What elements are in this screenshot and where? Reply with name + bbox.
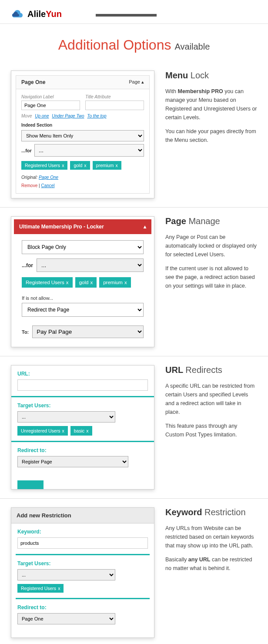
desc-text: Any URLs from Website can be restricted … xyxy=(165,524,257,550)
panel-type: Page ▴ xyxy=(129,79,144,85)
page-title: Additional OptionsAvailable xyxy=(0,24,268,62)
desc-text: With Membership PRO you can manage your … xyxy=(165,87,257,122)
page-panel: Ultimate Membership Pro - Locker ▴ Block… xyxy=(11,216,154,347)
tag-basic[interactable]: basicx xyxy=(70,426,92,436)
tags-row: Registered Usersx goldx premiumx xyxy=(22,277,144,288)
move-top-link[interactable]: To the top xyxy=(87,114,106,118)
tag-unregistered[interactable]: Unregistered Usersx xyxy=(17,426,68,436)
close-icon: x xyxy=(84,163,86,168)
header: AlileYun xyxy=(0,0,268,24)
cloud-icon xyxy=(11,9,25,19)
desc-text: A specific URL can be restricted from ce… xyxy=(165,382,257,416)
for-label: ...for xyxy=(22,262,33,268)
tags-row: Registered Usersx xyxy=(17,584,148,593)
title-attr-label: Title Attribute xyxy=(85,94,144,99)
block-option-select[interactable]: Block Page Only xyxy=(22,240,144,254)
notallow-label: If is not allow... xyxy=(22,295,144,301)
section-url-redirects: URL: Target Users: ... Unregistered User… xyxy=(0,356,268,499)
section-heading: Keyword Restriction xyxy=(165,507,257,517)
redirect-label: Redirect to: xyxy=(17,447,148,453)
panel-header: Page One Page ▴ xyxy=(16,75,150,89)
menu-panel: Page One Page ▴ Navigation Label Title A… xyxy=(11,70,154,198)
keyword-input[interactable] xyxy=(17,537,148,549)
show-option-select[interactable]: Show Menu Item Only xyxy=(21,130,144,141)
close-icon: x xyxy=(66,280,69,285)
logo: AlileYun xyxy=(11,9,62,19)
keyword-label: Keyword: xyxy=(17,529,148,535)
keyword-panel: Add new Restriction Keyword: Target User… xyxy=(11,507,154,638)
remove-link[interactable]: Remove xyxy=(21,183,37,188)
restriction-header: Add new Restriction xyxy=(11,508,154,523)
locker-header: Ultimate Membership Pro - Locker ▴ xyxy=(14,219,151,234)
section-keyword-restriction: Add new Restriction Keyword: Target User… xyxy=(0,499,268,644)
to-label: To: xyxy=(22,329,29,335)
actions-row: Remove | Cancel xyxy=(21,183,144,188)
header-accent-bar xyxy=(96,14,157,17)
original-link[interactable]: Page One xyxy=(39,175,58,180)
url-label: URL: xyxy=(17,371,148,377)
section-page-manage: Ultimate Membership Pro - Locker ▴ Block… xyxy=(0,208,268,356)
submit-button[interactable] xyxy=(17,480,44,489)
close-icon: x xyxy=(62,428,64,433)
tags-row: Registered Usersx goldx premiumx xyxy=(21,161,144,170)
for-select[interactable]: ... xyxy=(37,258,144,272)
caret-up-icon[interactable]: ▴ xyxy=(144,224,146,230)
tag-registered[interactable]: Registered Usersx xyxy=(22,277,73,288)
tags-row: Unregistered Usersx basicx xyxy=(17,426,148,436)
desc-text: If the current user is not allowed to se… xyxy=(165,264,257,290)
close-icon: x xyxy=(62,163,64,168)
target-select[interactable]: ... xyxy=(17,569,115,580)
redirect-select[interactable]: Redirect the Page xyxy=(22,303,144,317)
redirect-label: Redirect to: xyxy=(17,604,148,610)
target-label: Target Users: xyxy=(17,560,148,567)
tag-premium[interactable]: premiumx xyxy=(93,161,121,170)
url-redirects-description: URL Redirects A specific URL can be rest… xyxy=(154,365,257,490)
redirect-select[interactable]: Register Page xyxy=(17,456,128,467)
desc-text: You can hide your pages directly from th… xyxy=(165,127,257,144)
section-heading: URL Redirects xyxy=(165,365,257,375)
url-panel: URL: Target Users: ... Unregistered User… xyxy=(11,365,154,490)
page-manage-description: Page Manage Any Page or Post can be auto… xyxy=(154,216,257,347)
tag-registered[interactable]: Registered Usersx xyxy=(21,161,67,170)
move-up-link[interactable]: Up one xyxy=(35,114,49,118)
to-select[interactable]: Pay Pal Page xyxy=(32,325,144,338)
tag-premium[interactable]: premiumx xyxy=(99,277,131,288)
indeed-section-label: Indeed Section xyxy=(21,123,144,127)
tag-registered[interactable]: Registered Usersx xyxy=(17,584,64,593)
section-menu-lock: Page One Page ▴ Navigation Label Title A… xyxy=(0,62,268,208)
section-heading: Menu Lock xyxy=(165,70,257,80)
redirect-select[interactable]: Page One xyxy=(17,613,115,624)
keyword-description: Keyword Restriction Any URLs from Websit… xyxy=(154,507,257,638)
close-icon: x xyxy=(86,428,88,433)
section-heading: Page Manage xyxy=(165,216,257,226)
caret-up-icon[interactable]: ▴ xyxy=(141,79,144,84)
move-under-link[interactable]: Under Page Two xyxy=(52,114,84,118)
url-input[interactable] xyxy=(17,379,148,391)
move-row: Move Up one Under Page Two To the top xyxy=(21,114,144,118)
target-select[interactable]: ... xyxy=(17,411,115,423)
original-row: Original: Page One xyxy=(21,175,144,180)
title-attr-input[interactable] xyxy=(85,101,144,110)
close-icon: x xyxy=(115,163,117,168)
logo-text: AlileYun xyxy=(27,9,62,19)
for-label: ...for xyxy=(21,148,32,153)
nav-label: Navigation Label xyxy=(21,94,80,99)
tag-gold[interactable]: goldx xyxy=(75,277,97,288)
menu-lock-description: Menu Lock With Membership PRO you can ma… xyxy=(154,70,257,198)
tag-gold[interactable]: goldx xyxy=(70,161,90,170)
nav-input[interactable] xyxy=(21,101,80,110)
for-select[interactable]: ... xyxy=(34,144,144,157)
desc-text: This feature pass through any Custom Pos… xyxy=(165,422,257,439)
close-icon: x xyxy=(90,280,93,285)
close-icon: x xyxy=(124,280,127,285)
close-icon: x xyxy=(58,586,60,591)
target-label: Target Users: xyxy=(17,402,148,409)
desc-text: Basically any URL can be restricted no m… xyxy=(165,555,257,573)
desc-text: Any Page or Post can be automatically lo… xyxy=(165,233,257,259)
cancel-link[interactable]: Cancel xyxy=(41,183,54,188)
